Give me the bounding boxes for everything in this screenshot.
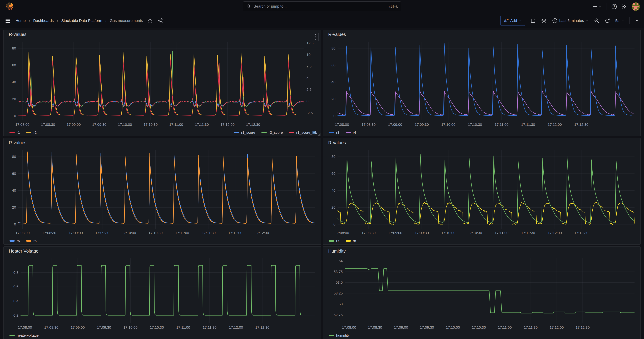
legend-item-r2_score[interactable]: r2_score — [262, 130, 283, 134]
y-axis-label: 60 — [12, 63, 16, 67]
legend-item-r1_score_lttb[interactable]: r1_score_lttb — [289, 130, 317, 134]
x-axis-label: 17:11:30 — [521, 122, 535, 126]
save-dashboard-button[interactable] — [530, 18, 536, 24]
menu-toggle-icon[interactable] — [5, 18, 11, 24]
panel-title[interactable]: R-values — [9, 32, 26, 37]
x-axis-label: 17:11:30 — [524, 325, 538, 329]
legend-item-heatervoltage[interactable]: heatervoltage — [10, 333, 39, 338]
timeseries-chart[interactable]: 17:08:0017:08:3017:09:0017:09:3017:10:00… — [5, 39, 319, 128]
search-bar[interactable]: ctrl+k — [243, 2, 401, 12]
legend-swatch — [346, 132, 351, 133]
shortcut-label: ctrl+k — [389, 4, 398, 8]
panel-title[interactable]: R-values — [328, 140, 346, 146]
add-button-label: Add — [510, 18, 517, 23]
x-axis-label: 17:11:00 — [498, 325, 512, 329]
legend-label: r1_score_lttb — [296, 130, 317, 134]
y-axis-right-label: 2.5 — [306, 88, 312, 92]
legend-item-r3[interactable]: r3 — [329, 130, 340, 134]
panel-title[interactable]: R-values — [9, 140, 26, 146]
series-r4 — [338, 91, 634, 115]
breadcrumb-home[interactable]: Home — [16, 18, 26, 23]
legend-item-r6[interactable]: r6 — [26, 239, 37, 243]
timeseries-chart[interactable]: 17:08:0017:08:3017:09:0017:09:3017:10:00… — [5, 147, 319, 237]
x-axis-label: 17:11:00 — [175, 231, 189, 235]
breadcrumb-folder[interactable]: Stackable Data Platform — [61, 18, 102, 23]
dashboard-settings-button[interactable] — [541, 18, 547, 24]
series-humidity — [345, 268, 634, 313]
x-axis-label: 17:10:30 — [472, 325, 486, 329]
x-axis-label: 17:10:30 — [144, 122, 158, 126]
avatar-pixel-art — [632, 2, 640, 11]
legend-item-r1_score[interactable]: r1_score — [234, 130, 255, 134]
y-axis-label: 80 — [332, 46, 336, 50]
keyboard-icon — [382, 4, 387, 8]
y-axis-label: 52.75 — [334, 313, 343, 317]
time-range-picker[interactable]: Last 5 minutes — [552, 18, 589, 24]
refresh-interval-picker[interactable]: 5s — [615, 18, 624, 23]
timeseries-chart[interactable]: 17:08:0017:08:3017:09:0017:09:3017:10:00… — [325, 256, 639, 332]
x-axis-label: 17:10:00 — [122, 231, 136, 235]
x-axis-label: 17:09:00 — [388, 231, 402, 235]
panel-title[interactable]: Heater Voltage — [9, 248, 38, 254]
collapse-toolbar-button[interactable] — [635, 18, 639, 23]
breadcrumb-dashboards[interactable]: Dashboards — [33, 18, 54, 23]
favorite-star-icon[interactable] — [148, 18, 153, 23]
series-r6 — [5, 152, 315, 224]
x-axis-label: 17:09:30 — [414, 122, 429, 126]
add-button[interactable]: Add — [500, 16, 525, 26]
user-avatar[interactable] — [632, 2, 640, 11]
topnav-divider — [606, 3, 607, 10]
x-axis-label: 17:11:00 — [176, 325, 190, 329]
chart-legend: r3r4 — [323, 128, 640, 136]
y-axis-right-label: -2.5 — [306, 111, 313, 115]
legend-item-r2[interactable]: r2 — [26, 130, 37, 134]
legend-item-r4[interactable]: r4 — [346, 130, 356, 134]
y-axis-label: 20 — [12, 205, 16, 209]
x-axis-label: 17:10:00 — [118, 122, 132, 126]
legend-swatch — [289, 132, 294, 133]
x-axis-label: 17:09:30 — [414, 231, 429, 235]
legend-item-r8[interactable]: r8 — [346, 239, 356, 243]
share-icon[interactable] — [158, 18, 163, 23]
search-icon — [246, 4, 251, 9]
chart-legend: r5r6 — [4, 237, 321, 245]
y-axis-label: 0.4 — [14, 299, 19, 303]
grafana-logo[interactable] — [5, 2, 14, 11]
legend-item-humidity[interactable]: humidity — [329, 333, 350, 338]
news-button[interactable] — [622, 4, 627, 9]
chart-svg: 17:08:0017:08:3017:09:0017:09:3017:10:00… — [5, 39, 319, 128]
help-button[interactable]: ? — [611, 4, 617, 10]
new-menu-button[interactable] — [592, 4, 602, 9]
search-input[interactable] — [254, 4, 379, 9]
x-axis-label: 17:08:00 — [18, 325, 32, 329]
timeseries-chart[interactable]: 17:08:0017:08:3017:09:0017:09:3017:10:00… — [5, 256, 319, 332]
panel-header: R-values — [4, 30, 321, 39]
legend-item-r5[interactable]: r5 — [10, 239, 20, 243]
y-axis-label: 40 — [332, 188, 336, 192]
rss-icon — [622, 4, 627, 9]
dashboard-grid: R-values 17:08:0017:08:3017:09:0017:09:3… — [0, 28, 644, 339]
panel-header: Heater Voltage — [4, 246, 321, 256]
zoom-out-button[interactable] — [594, 18, 600, 24]
series-r7 — [325, 154, 636, 222]
legend-item-r1[interactable]: r1 — [10, 130, 20, 134]
timeseries-chart[interactable]: 17:08:0017:08:3017:09:0017:09:3017:10:00… — [325, 39, 639, 128]
panel-title[interactable]: Humidity — [328, 248, 346, 254]
refresh-button[interactable] — [605, 18, 610, 24]
timeseries-chart[interactable]: 17:08:0017:08:3017:09:0017:09:3017:10:00… — [325, 147, 639, 237]
panel-humidity: Humidity 17:08:0017:08:3017:09:0017:09:3… — [323, 246, 640, 339]
panel-header: R-values — [4, 138, 321, 147]
x-axis-label: 17:08:00 — [335, 122, 349, 126]
legend-item-r7[interactable]: r7 — [329, 239, 340, 243]
panel-title[interactable]: R-values — [328, 32, 346, 37]
breadcrumb-separator: › — [106, 18, 107, 23]
y-axis-label: 0.2 — [14, 313, 18, 317]
x-axis-label: 17:10:30 — [148, 231, 163, 235]
legend-swatch — [10, 335, 15, 336]
y-axis-right-label: 12.5 — [306, 41, 314, 45]
breadcrumb: Home › Dashboards › Stackable Data Platf… — [16, 18, 143, 23]
panel-resize-handle[interactable] — [318, 133, 320, 136]
y-axis-label: 20 — [332, 205, 336, 209]
x-axis-label: 17:08:00 — [335, 231, 349, 235]
y-axis-label: 20 — [12, 97, 16, 101]
